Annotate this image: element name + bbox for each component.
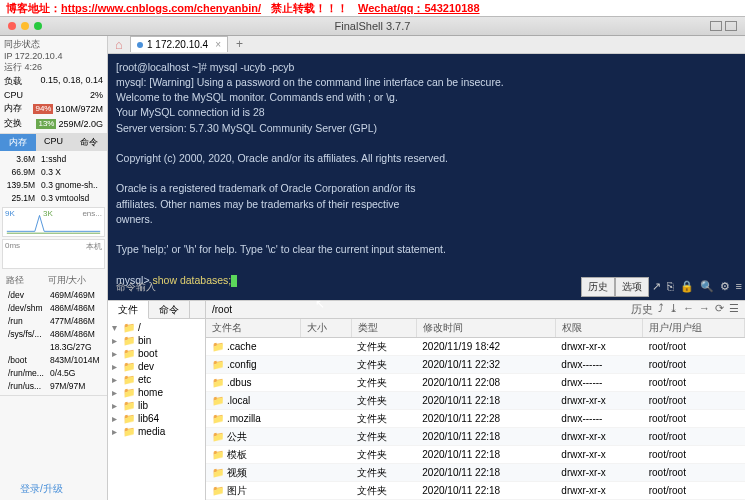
- lock-icon[interactable]: 🔒: [677, 279, 697, 295]
- banner-bar: 博客地址：https://www.cnblogs.com/chenyanbin/…: [0, 0, 745, 16]
- zoom-icon[interactable]: [34, 22, 42, 30]
- file-browser: 文件 命令 ▾📁/▸📁bin▸📁boot▸📁dev▸📁etc▸📁home▸📁li…: [108, 300, 745, 500]
- session-tabbar: ⌂ 1 172.20.10.4 × +: [108, 36, 745, 54]
- close-tab-icon[interactable]: ×: [215, 39, 221, 50]
- history-button[interactable]: 历史: [581, 277, 615, 297]
- tab-memory[interactable]: 内存: [0, 134, 36, 151]
- file-row[interactable]: 📁.config文件夹2020/10/11 22:32drwx------roo…: [206, 356, 745, 374]
- path-display: /root: [212, 304, 631, 315]
- close-icon[interactable]: [8, 22, 16, 30]
- tree-node[interactable]: ▾📁/: [110, 321, 203, 334]
- banner-forbid: 禁止转载！！！: [271, 1, 348, 16]
- fb-tab-files[interactable]: 文件: [108, 301, 149, 319]
- cmd-input-label: 命令输入: [108, 280, 156, 294]
- search-icon[interactable]: 🔍: [697, 279, 717, 295]
- process-table: 3.6M1:sshd66.9M0.3 X139.5M0.3 gnome-sh..…: [0, 151, 107, 205]
- window-titlebar: FinalShell 3.7.7: [0, 16, 745, 36]
- window-title: FinalShell 3.7.7: [335, 20, 411, 32]
- file-row[interactable]: 📁.mozilla文件夹2020/10/11 22:28drwx------ro…: [206, 410, 745, 428]
- back-icon[interactable]: ←: [683, 302, 694, 317]
- add-tab-button[interactable]: +: [228, 37, 251, 51]
- tree-node[interactable]: ▸📁media: [110, 425, 203, 438]
- tree-node[interactable]: ▸📁bin: [110, 334, 203, 347]
- ip-label: IP 172.20.10.4: [4, 51, 103, 61]
- file-row[interactable]: 📁公共文件夹2020/10/11 22:18drwxr-xr-xroot/roo…: [206, 428, 745, 446]
- file-row[interactable]: 📁图片文件夹2020/10/11 22:18drwxr-xr-xroot/roo…: [206, 482, 745, 500]
- tree-node[interactable]: ▸📁lib64: [110, 412, 203, 425]
- copy-icon[interactable]: ⎘: [664, 279, 677, 295]
- menu-icon[interactable]: ≡: [733, 279, 745, 295]
- tab-cpu[interactable]: CPU: [36, 134, 72, 151]
- tree-node[interactable]: ▸📁dev: [110, 360, 203, 373]
- file-table[interactable]: 文件名大小类型修改时间权限用户/用户组📁.cache文件夹2020/11/19 …: [206, 319, 745, 500]
- download-icon[interactable]: ⤓: [669, 302, 678, 317]
- home-icon[interactable]: ⌂: [108, 37, 130, 52]
- blog-url-link[interactable]: https://www.cnblogs.com/chenyanbin/: [61, 2, 261, 14]
- sync-status-label: 同步状态: [4, 38, 103, 51]
- status-dot-icon: [137, 42, 143, 48]
- sidebar-tabs: 内存 CPU 命令: [0, 134, 107, 151]
- forward-icon[interactable]: →: [699, 302, 710, 317]
- minimize-icon[interactable]: [21, 22, 29, 30]
- login-upgrade-link[interactable]: 登录/升级: [20, 482, 63, 496]
- file-row[interactable]: 📁.dbus文件夹2020/10/11 22:08drwx------root/…: [206, 374, 745, 392]
- runtime-label: 运行 4:26: [4, 61, 103, 74]
- terminal[interactable]: [root@localhost ~]# mysql -ucyb -pcybmys…: [108, 54, 745, 300]
- ping-chart: 0ms 本机: [2, 239, 105, 269]
- tree-node[interactable]: ▸📁etc: [110, 373, 203, 386]
- disk-table: 路径可用/大小/dev469M/469M/dev/shm486M/486M/ru…: [4, 273, 104, 393]
- folder-tree[interactable]: ▾📁/▸📁bin▸📁boot▸📁dev▸📁etc▸📁home▸📁lib▸📁lib…: [108, 319, 205, 440]
- tab-cmd[interactable]: 命令: [71, 134, 107, 151]
- toolbar-icon[interactable]: ↗: [649, 279, 664, 295]
- options-button[interactable]: 选项: [615, 277, 649, 297]
- refresh-icon[interactable]: ⟳: [715, 302, 724, 317]
- gear-icon[interactable]: ⚙: [717, 279, 733, 295]
- cursor-arrow-icon: ↖: [315, 296, 325, 313]
- file-row[interactable]: 📁模板文件夹2020/10/11 22:18drwxr-xr-xroot/roo…: [206, 446, 745, 464]
- session-tab[interactable]: 1 172.20.10.4 ×: [130, 36, 228, 52]
- network-chart: 9K 3K ens...: [2, 207, 105, 237]
- fb-history-button[interactable]: 历史: [631, 302, 653, 317]
- up-icon[interactable]: ⤴: [658, 302, 664, 317]
- view-icon[interactable]: ☰: [729, 302, 739, 317]
- tree-node[interactable]: ▸📁home: [110, 386, 203, 399]
- window-right-icons: [710, 21, 745, 31]
- fb-tab-cmd[interactable]: 命令: [149, 301, 190, 318]
- banner-contact: Wechat/qq：543210188: [358, 1, 479, 16]
- file-row[interactable]: 📁.local文件夹2020/10/11 22:18drwxr-xr-xroot…: [206, 392, 745, 410]
- tree-node[interactable]: ▸📁lib: [110, 399, 203, 412]
- file-row[interactable]: 📁视频文件夹2020/10/11 22:18drwxr-xr-xroot/roo…: [206, 464, 745, 482]
- tree-node[interactable]: ▸📁boot: [110, 347, 203, 360]
- file-row[interactable]: 📁.cache文件夹2020/11/19 18:42drwxr-xr-xroot…: [206, 338, 745, 356]
- sidebar: 同步状态 IP 172.20.10.4 运行 4:26 负载0.15, 0.18…: [0, 36, 108, 500]
